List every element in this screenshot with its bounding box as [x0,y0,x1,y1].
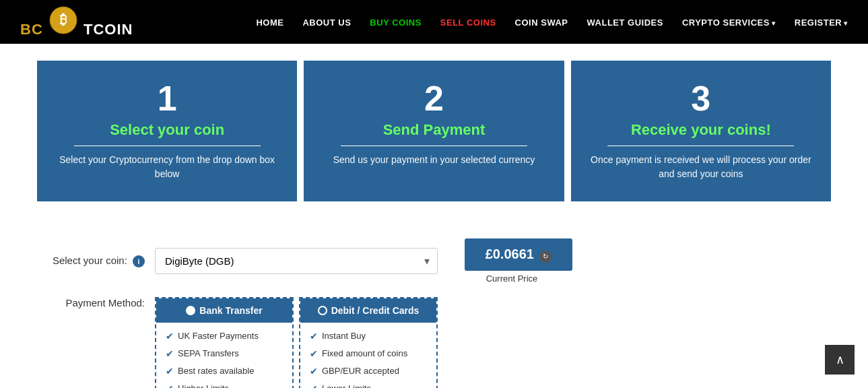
logo-bc: BC [20,21,43,38]
card-payment-radio[interactable] [318,306,327,315]
steps-section: 1 Select your coin Select your Cryptocur… [0,44,868,218]
step-divider-1 [74,146,261,146]
price-box: £0.0661 ↻ [465,238,572,271]
nav-item-crypto[interactable]: CRYPTO SERVICES [682,16,776,28]
step-desc-3: Once payment is received we will process… [585,153,817,181]
check-icon-4: ✔ [166,383,174,389]
bank-transfer-features: ✔ UK Faster Payments ✔ SEPA Transfers ✔ … [156,323,292,389]
payment-method-row: Payment Method: Bank Transfer ✔ UK Faste… [34,297,834,389]
nav-item-register[interactable]: REGISTER [795,16,848,28]
step-title-2: Send Payment [317,121,550,139]
price-refresh-icon[interactable]: ↻ [539,251,552,263]
feature-uk-faster: ✔ UK Faster Payments [166,331,283,342]
nav-item-home[interactable]: HOME [256,16,283,28]
step-card-3: 3 Receive your coins! Once payment is re… [571,61,831,201]
nav-item-sell[interactable]: SELL COINS [440,16,496,28]
card-payment-header[interactable]: Debit / Credit Cards [300,298,436,323]
feature-higher-limits: ✔ Higher Limits [166,383,283,389]
check-icon-7: ✔ [310,366,318,377]
coin-info-icon[interactable]: i [133,255,145,267]
scroll-to-top-button[interactable]: ∧ [825,345,855,375]
bank-transfer-header[interactable]: Bank Transfer [156,298,292,323]
check-icon-3: ✔ [166,366,174,377]
feature-sepa: ✔ SEPA Transfers [166,348,283,359]
step-card-2: 2 Send Payment Send us your payment in y… [304,61,564,201]
navbar: BC ₿ TCOIN HOME ABOUT US BUY COINS SELL … [0,0,868,44]
step-number-1: 1 [51,81,283,116]
price-label: Current Price [451,273,572,284]
step-number-3: 3 [585,81,817,116]
nav-item-wallet[interactable]: WALLET GUIDES [587,16,663,28]
coin-select-input[interactable]: DigiByte (DGB) [155,248,438,274]
step-card-1: 1 Select your coin Select your Cryptocur… [37,61,297,201]
check-icon-5: ✔ [310,331,318,342]
feature-gbp-eur: ✔ GBP/EUR accepted [310,366,427,377]
bitcoin-logo-icon: ₿ [49,6,77,34]
nav-links: HOME ABOUT US BUY COINS SELL COINS COIN … [256,16,848,28]
form-section: Select your coin: i DigiByte (DGB) ▾ £0.… [0,218,868,388]
feature-lower-limits: ✔ Lower Limits [310,383,427,389]
feature-fixed-coins: ✔ Fixed amount of coins [310,348,427,359]
step-divider-2 [341,146,527,146]
bank-transfer-radio[interactable] [186,306,195,315]
card-payment-label: Debit / Credit Cards [331,305,420,316]
step-title-3: Receive your coins! [585,121,817,139]
coin-select-row: Select your coin: i DigiByte (DGB) ▾ £0.… [34,238,834,284]
logo: BC ₿ TCOIN [20,6,133,38]
step-desc-1: Select your Cryptocurrency from the drop… [51,153,283,181]
payment-label: Payment Method: [34,297,155,309]
nav-item-coinswap[interactable]: COIN SWAP [515,16,568,28]
bank-transfer-label: Bank Transfer [199,305,262,316]
step-desc-2: Send us your payment in your selected cu… [317,153,550,167]
nav-item-about[interactable]: ABOUT US [302,16,351,28]
step-title-1: Select your coin [51,121,283,139]
price-box-wrapper: £0.0661 ↻ Current Price [451,238,572,284]
nav-item-buy[interactable]: BUY COINS [370,16,422,28]
card-payment-features: ✔ Instant Buy ✔ Fixed amount of coins ✔ … [300,323,436,389]
check-icon-8: ✔ [310,383,318,389]
payment-columns: Bank Transfer ✔ UK Faster Payments ✔ SEP… [155,297,438,389]
coin-label: Select your coin: i [34,255,155,267]
check-icon-1: ✔ [166,331,174,342]
check-icon-2: ✔ [166,348,174,359]
bank-transfer-col: Bank Transfer ✔ UK Faster Payments ✔ SEP… [155,297,294,389]
svg-text:₿: ₿ [59,12,67,27]
logo-coin: TCOIN [84,21,133,38]
coin-select-wrapper: DigiByte (DGB) ▾ [155,248,438,274]
step-divider-3 [607,146,794,146]
check-icon-6: ✔ [310,348,318,359]
feature-instant-buy: ✔ Instant Buy [310,331,427,342]
step-number-2: 2 [317,81,550,116]
price-value: £0.0661 [486,247,534,261]
card-payment-col: Debit / Credit Cards ✔ Instant Buy ✔ Fix… [299,297,438,389]
feature-best-rates: ✔ Best rates available [166,366,283,377]
